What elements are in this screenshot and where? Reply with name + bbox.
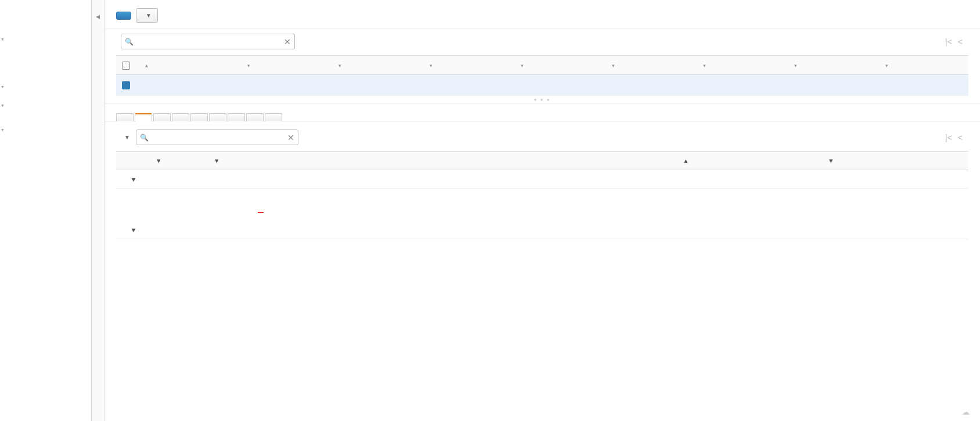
search-icon: 🔍 [125,38,134,46]
sidebar-item[interactable] [0,136,91,142]
expander-icon[interactable]: ▼ [131,176,137,183]
sidebar-item[interactable] [0,111,91,117]
sidebar-item[interactable] [0,117,91,123]
tab-details[interactable] [116,113,134,121]
main: ▼ 🔍 ✕ |< < ▲ ▾ ▾ ▾ ▾ ▾ ▾ ▾ [105,0,980,421]
sidebar-item[interactable] [0,57,91,63]
sub-desc-value [252,243,961,247]
sidebar-group-network[interactable] [0,123,91,130]
select-all-checkbox[interactable] [122,62,130,70]
col-launch[interactable]: ▾ [239,56,330,75]
pager: |< < [945,37,968,46]
search-icon: 🔍 [140,134,149,142]
prev-page-icon[interactable]: < [958,133,963,142]
search-box: 🔍 ✕ [121,34,295,49]
tab-monitoring[interactable] [190,113,208,121]
history-desc [209,170,678,189]
sidebar-item[interactable] [0,51,91,57]
sidebar-item[interactable] [0,69,91,74]
detail-title [105,103,980,113]
sidebar-item[interactable] [0,3,91,9]
sub-reason-value [252,204,961,217]
sidebar-item[interactable] [0,142,91,147]
sidebar-item[interactable] [0,147,91,153]
history-end [823,170,968,189]
tab-tags[interactable] [228,113,245,121]
chevron-left-icon: ◂ [96,12,100,21]
hcol-status[interactable]: ▾ [151,152,209,170]
history-filter-bar: ▼ 🔍 ✕ |< < [105,121,980,151]
history-subrow [116,200,968,221]
sidebar-group-ebs[interactable] [0,99,91,106]
sidebar-item[interactable] [0,87,91,93]
first-page-icon[interactable]: |< [945,37,952,46]
row-checkbox[interactable] [122,81,130,89]
col-grace[interactable]: ▾ [877,56,968,75]
hcol-end[interactable]: ▾ [823,152,968,170]
col-desired[interactable]: ▾ [421,56,513,75]
hcol-start[interactable]: ▴ [678,152,823,170]
tab-notifications[interactable] [209,113,226,121]
sidebar-item[interactable] [0,93,91,99]
history-end [823,221,968,239]
col-instances[interactable]: ▾ [330,56,421,75]
sidebar [0,0,92,421]
tab-activity-history[interactable] [135,113,152,121]
sidebar-item[interactable] [0,74,91,80]
history-start [678,221,823,239]
history-status [151,221,209,239]
sub-desc-value [252,192,961,197]
filter-input[interactable] [121,34,295,49]
history-search-box: 🔍 ✕ [136,129,298,145]
sidebar-item[interactable] [0,21,91,27]
tab-instances[interactable] [172,113,189,121]
sidebar-item[interactable] [0,15,91,21]
resize-handle[interactable]: ● ● ● [105,96,980,103]
sidebar-group-instances[interactable] [0,33,91,39]
col-min[interactable]: ▾ [513,56,604,75]
filter-bar: 🔍 ✕ |< < [105,28,980,55]
col-az[interactable]: ▾ [695,56,786,75]
create-asg-button[interactable] [116,12,131,20]
tab-scaling-policies[interactable] [153,113,171,121]
history-filter-input[interactable] [136,129,298,145]
history-table: ▾ ▾ ▴ ▾ ▼ [116,151,968,262]
history-row[interactable]: ▼ [116,221,968,239]
first-page-icon[interactable]: |< [945,133,952,142]
tabs [105,113,980,121]
cell-instances [330,74,421,96]
col-max[interactable]: ▾ [604,56,695,75]
tab-scheduled[interactable] [246,113,264,121]
expander-icon[interactable]: ▼ [131,226,137,233]
clear-icon[interactable]: ✕ [287,133,294,142]
sidebar-group-images[interactable] [0,80,91,87]
sidebar-item[interactable] [0,106,91,111]
sub-reason-label [216,254,251,259]
asg-table: ▲ ▾ ▾ ▾ ▾ ▾ ▾ ▾ ▾ [116,55,968,96]
history-status [151,170,209,189]
sidebar-item[interactable] [0,45,91,51]
collapse-sidebar[interactable]: ◂ [92,0,105,421]
sidebar-item[interactable] [0,63,91,69]
table-row[interactable] [116,74,968,96]
sidebar-item[interactable] [0,27,91,33]
sidebar-item[interactable] [0,39,91,45]
col-cooldown[interactable]: ▾ [786,56,877,75]
prev-page-icon[interactable]: < [958,37,963,46]
sidebar-item[interactable] [0,130,91,136]
col-name[interactable]: ▲ [136,56,239,75]
sidebar-item[interactable] [0,9,91,15]
caret-down-icon: ▼ [124,134,130,141]
clear-icon[interactable]: ✕ [284,37,291,46]
tab-lifecycle[interactable] [265,113,282,121]
cloud-icon: ☁ [962,408,970,416]
actions-button[interactable]: ▼ [136,8,158,23]
history-desc [209,221,678,239]
cell-grace [877,74,968,96]
hcol-desc[interactable]: ▾ [209,152,678,170]
sidebar-item[interactable] [0,153,91,159]
cell-launch [239,74,330,96]
status-filter-dropdown[interactable]: ▼ [122,134,130,141]
history-row[interactable]: ▼ [116,170,968,189]
history-pager: |< < [945,133,968,142]
